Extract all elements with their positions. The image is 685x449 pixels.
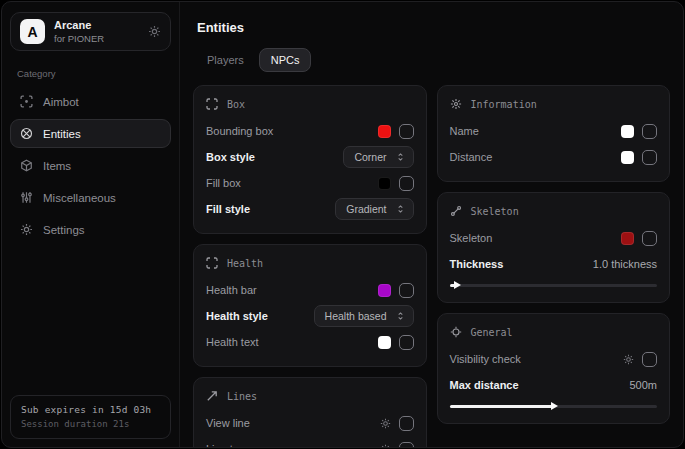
card-information-header: Information (450, 98, 658, 110)
corners-icon (206, 257, 218, 269)
session-duration-text: Session duration 21s (21, 419, 160, 429)
miscellaneous-icon (20, 191, 33, 204)
card-box-header: Box (206, 98, 414, 110)
setting-row-visibility-check: Visibility check (450, 346, 658, 372)
subscription-card: Sub expires in 15d 03h Session duration … (10, 395, 171, 439)
sidebar-item-label: Items (43, 160, 71, 172)
dropdown-value: Gradient (346, 203, 386, 215)
fill-box-checkbox[interactable] (399, 176, 414, 191)
color-swatch[interactable] (378, 125, 391, 138)
setting-row-health-bar: Health bar (206, 277, 414, 303)
skeleton-checkbox[interactable] (642, 231, 657, 246)
setting-row-skeleton: Skeleton (450, 225, 658, 251)
health-style-dropdown[interactable]: Health based (314, 305, 414, 327)
gear-icon[interactable] (380, 418, 391, 429)
card-lines: Lines View line (193, 377, 427, 447)
setting-row-fill-box: Fill box (206, 170, 414, 196)
view-line-checkbox[interactable] (399, 416, 414, 431)
bounding-box-checkbox[interactable] (399, 124, 414, 139)
setting-row-health-text: Health text (206, 329, 414, 355)
main-panel: Entities Players NPCs Box (180, 2, 683, 447)
health-text-checkbox[interactable] (399, 335, 414, 350)
gear-icon[interactable] (380, 444, 391, 448)
slider-track (450, 284, 658, 287)
visibility-check-checkbox[interactable] (642, 352, 657, 367)
name-checkbox[interactable] (642, 124, 657, 139)
sidebar-item-aimbot[interactable]: Aimbot (10, 87, 171, 116)
setting-row-box-style: Box style Corner (206, 144, 414, 170)
health-bar-checkbox[interactable] (399, 283, 414, 298)
settings-columns: Box Bounding box Box style Corner (193, 85, 670, 447)
card-health-header: Health (206, 257, 414, 269)
setting-row-thickness: Thickness 1.0 thickness (450, 251, 658, 277)
sidebar-nav: Aimbot Entities Items (10, 87, 171, 244)
corners-icon (206, 98, 218, 110)
sidebar-item-settings[interactable]: Settings (10, 215, 171, 244)
setting-label: Skeleton (450, 232, 493, 244)
color-swatch[interactable] (378, 284, 391, 297)
slider-thumb[interactable] (551, 402, 558, 410)
sidebar-item-entities[interactable]: Entities (10, 119, 171, 148)
slider-thumb[interactable] (454, 281, 461, 289)
sidebar-item-label: Settings (43, 224, 85, 236)
card-title: Skeleton (471, 206, 519, 217)
gear-icon[interactable] (148, 25, 161, 38)
card-title: Information (471, 99, 537, 110)
setting-label: Fill style (206, 203, 250, 215)
settings-icon (20, 223, 33, 236)
card-general-header: General (450, 326, 658, 338)
chevron-up-down-icon (396, 311, 405, 321)
distance-checkbox[interactable] (642, 150, 657, 165)
fill-style-dropdown[interactable]: Gradient (335, 198, 413, 220)
setting-row-name: Name (450, 118, 658, 144)
page-title: Entities (197, 20, 670, 35)
tab-npcs[interactable]: NPCs (259, 48, 312, 72)
card-title: Box (227, 99, 245, 110)
setting-row-view-line: View line (206, 410, 414, 436)
gear-icon[interactable] (623, 354, 634, 365)
card-general: General Visibility check (437, 313, 671, 424)
items-icon (20, 159, 33, 172)
setting-label: Health text (206, 336, 259, 348)
max-distance-slider[interactable] (450, 401, 658, 411)
category-label: Category (17, 68, 164, 79)
card-skeleton-header: Skeleton (450, 205, 658, 217)
max-distance-value: 500m (629, 379, 657, 391)
setting-label: Bounding box (206, 125, 273, 137)
color-swatch[interactable] (621, 151, 634, 164)
color-swatch[interactable] (621, 232, 634, 245)
card-skeleton: Skeleton Skeleton Thickness 1.0 thicknes… (437, 192, 671, 303)
line-to-enemy-checkbox[interactable] (399, 442, 414, 448)
box-style-dropdown[interactable]: Corner (343, 146, 413, 168)
card-lines-header: Lines (206, 390, 414, 402)
card-title: Health (227, 258, 263, 269)
card-health: Health Health bar Health style Health ba… (193, 244, 427, 367)
setting-label: Line to enemy (206, 443, 275, 447)
setting-label: Fill box (206, 177, 241, 189)
app-titles: Arcane for PIONER (54, 19, 104, 44)
app-logo: A (20, 19, 45, 44)
sidebar-item-items[interactable]: Items (10, 151, 171, 180)
setting-label: Thickness (450, 258, 504, 270)
thickness-value: 1.0 thickness (593, 258, 657, 270)
setting-row-distance: Distance (450, 144, 658, 170)
sidebar-item-miscellaneous[interactable]: Miscellaneous (10, 183, 171, 212)
setting-label: Box style (206, 151, 255, 163)
slider-fill (450, 405, 554, 408)
chevron-up-down-icon (396, 152, 405, 162)
setting-row-health-style: Health style Health based (206, 303, 414, 329)
thickness-slider[interactable] (450, 280, 658, 290)
setting-row-bounding-box: Bounding box (206, 118, 414, 144)
setting-row-line-to-enemy: Line to enemy (206, 436, 414, 447)
setting-label: Health style (206, 310, 268, 322)
diagonal-line-icon (206, 390, 218, 402)
dropdown-value: Health based (325, 310, 387, 322)
color-swatch[interactable] (621, 125, 634, 138)
color-swatch[interactable] (378, 336, 391, 349)
dropdown-value: Corner (354, 151, 386, 163)
app-window: A Arcane for PIONER Category (1, 1, 684, 448)
tab-players[interactable]: Players (195, 48, 256, 72)
sidebar-item-label: Aimbot (43, 96, 79, 108)
card-information: Information Name Distance (437, 85, 671, 182)
color-swatch[interactable] (378, 177, 391, 190)
